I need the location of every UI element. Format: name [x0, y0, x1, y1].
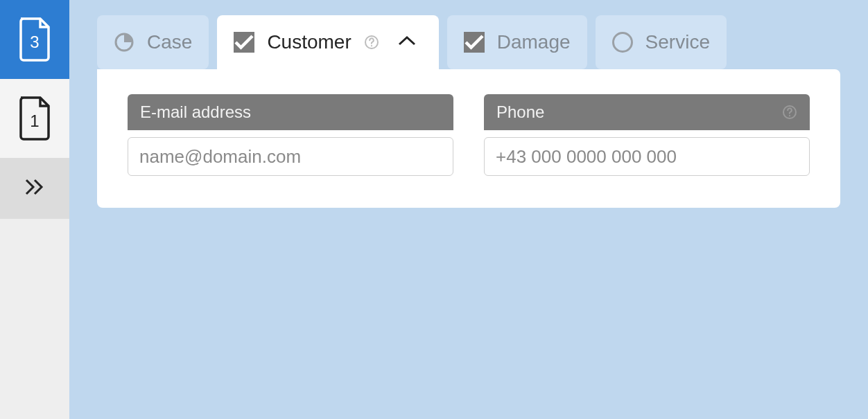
phone-input[interactable] — [484, 137, 810, 176]
tabs: Case Customer Damage — [97, 15, 840, 69]
help-icon[interactable] — [782, 105, 797, 120]
sidebar-expand-button[interactable] — [0, 158, 69, 219]
customer-panel: E-mail address Phone — [97, 69, 840, 208]
chevron-up-icon — [397, 35, 417, 50]
email-field-group: E-mail address — [128, 94, 453, 176]
tab-label: Customer — [267, 31, 351, 53]
tab-service[interactable]: Service — [596, 15, 727, 69]
svg-point-4 — [789, 115, 790, 116]
tab-label: Case — [147, 31, 192, 53]
help-icon[interactable] — [364, 35, 379, 50]
tab-case[interactable]: Case — [97, 15, 209, 69]
main-area: Case Customer Damage — [69, 0, 868, 419]
sidebar-spacer — [0, 219, 69, 419]
page-badge: 3 — [17, 17, 53, 62]
tab-customer[interactable]: Customer — [217, 15, 438, 69]
checked-icon — [464, 32, 485, 53]
empty-status-icon — [612, 32, 633, 53]
partial-progress-icon — [114, 32, 134, 53]
sidebar-page-2[interactable]: 1 — [0, 79, 69, 158]
phone-field-group: Phone — [484, 94, 810, 176]
svg-point-2 — [371, 45, 372, 46]
email-label: E-mail address — [128, 94, 453, 130]
file-icon: 1 — [17, 96, 53, 141]
sidebar: 3 1 — [0, 0, 69, 419]
chevrons-right-icon — [24, 177, 46, 199]
field-label-text: Phone — [496, 102, 544, 122]
email-input[interactable] — [128, 137, 453, 176]
tab-label: Service — [645, 31, 710, 53]
checked-icon — [234, 32, 254, 53]
field-label-text: E-mail address — [140, 102, 251, 122]
phone-label: Phone — [484, 94, 810, 130]
page-badge: 1 — [17, 96, 53, 141]
tab-label: Damage — [497, 31, 571, 53]
file-icon: 3 — [17, 17, 53, 62]
sidebar-page-1[interactable]: 3 — [0, 0, 69, 79]
tab-damage[interactable]: Damage — [447, 15, 587, 69]
